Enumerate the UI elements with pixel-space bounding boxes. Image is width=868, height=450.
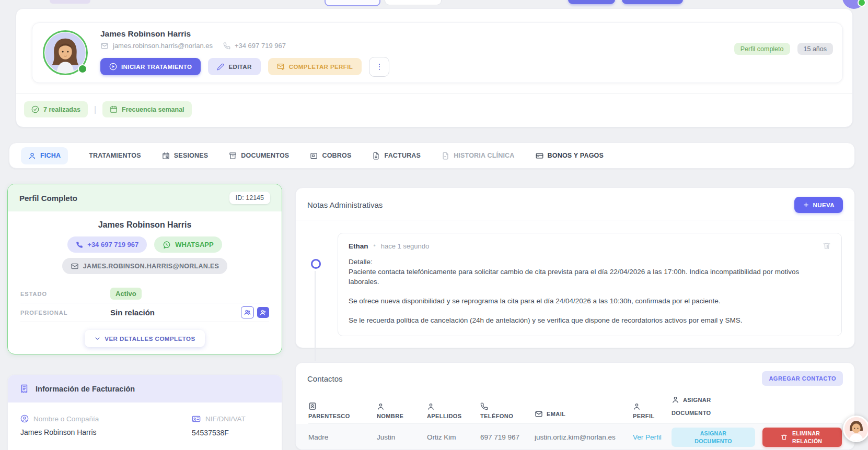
cell-apellidos: Ortiz Kim <box>427 433 480 441</box>
billing-title: Información de Facturación <box>36 385 135 393</box>
add-contact-button[interactable]: AGREGAR CONTACTO <box>762 371 843 386</box>
profile-complete-badge: Perfil completo <box>734 43 790 55</box>
user-icon <box>633 402 641 410</box>
assistant-widget-avatar[interactable] <box>843 416 868 442</box>
pencil-icon <box>217 63 224 70</box>
receipt-icon <box>20 384 29 393</box>
user-icon <box>427 402 435 410</box>
topbar-partial-pill <box>50 0 90 4</box>
notes-title: Notas Administrativas <box>307 200 383 209</box>
phone-icon <box>223 42 230 50</box>
col-telefono: TELÉFONO <box>480 413 535 419</box>
contact-row: Madre Justin Ortiz Kim 697 719 967 justi… <box>296 424 854 450</box>
email-chip[interactable]: JAMES.ROBINSON.HARRIS@NORLAN.ES <box>62 258 227 274</box>
user-circle-icon <box>20 415 29 423</box>
estado-value-badge: Activo <box>110 288 142 300</box>
col-email: EMAIL <box>547 411 565 417</box>
topbar-user-status-dot <box>858 0 866 7</box>
billing-nif-label: NIF/DNI/VAT <box>205 415 246 423</box>
view-professionals-button[interactable] <box>241 306 254 318</box>
tab-facturas[interactable]: FACTURAS <box>372 152 421 160</box>
chevron-down-icon <box>94 335 101 342</box>
col-parentesco: PARENTESCO <box>308 413 377 419</box>
delete-note-button[interactable] <box>823 242 831 250</box>
contacts-table-header: PARENTESCO NOMBRE APELLIDOS TELÉFONO EMA… <box>296 390 854 423</box>
plus-icon <box>803 202 809 208</box>
patient-avatar <box>43 30 88 75</box>
more-actions-button[interactable] <box>369 57 389 77</box>
profile-summary-card: Perfil Completo ID: 12145 James Robinson… <box>7 184 282 354</box>
timeline-marker <box>311 259 321 269</box>
patient-detail-screen: James Robinson Harris james.robinson.har… <box>0 0 868 450</box>
billing-name-value: James Robinson Harris <box>20 428 192 436</box>
new-note-button[interactable]: NUEVA <box>794 197 843 213</box>
user-icon <box>377 402 385 410</box>
edit-button[interactable]: EDITAR <box>208 58 260 75</box>
stats-separator: | <box>94 105 96 114</box>
note-paragraph: Se le recuerda política de cancelación (… <box>349 315 831 325</box>
complete-profile-button[interactable]: COMPLETAR PERFIL <box>268 58 362 75</box>
tab-tratamientos[interactable]: TRATAMIENTOS <box>89 152 141 159</box>
patient-phone: +34 697 719 967 <box>235 42 286 50</box>
tab-historia-clinica[interactable]: HISTORIA CLÍNICA <box>442 152 514 160</box>
cell-telefono: 697 719 967 <box>480 433 535 441</box>
tab-ficha[interactable]: FICHA <box>21 147 68 164</box>
contacts-card: Contactos AGREGAR CONTACTO PARENTESCO NO… <box>295 362 855 450</box>
online-status-dot <box>78 64 87 74</box>
topbar-partial-primary-button-1[interactable] <box>568 0 615 4</box>
file-text-icon <box>372 152 380 160</box>
patient-id-badge: ID: 12145 <box>229 192 270 204</box>
tab-bonos-y-pagos[interactable]: BONOS Y PAGOS <box>536 152 604 160</box>
check-circle-icon <box>31 105 39 113</box>
cell-email: justin.ortiz.kim@norlan.es <box>535 433 633 441</box>
sessions-done-pill: 7 realizadas <box>24 101 88 117</box>
col-perfil: PERFIL <box>633 413 672 419</box>
patient-name: James Robinson Harris <box>100 29 389 39</box>
user-icon <box>28 152 36 160</box>
assign-document-button[interactable]: ASIGNAR DOCUMENTO <box>672 428 755 447</box>
topbar-partial-outline-button[interactable] <box>325 0 380 6</box>
topbar-partial-white-button[interactable] <box>385 0 442 5</box>
tab-documentos[interactable]: DOCUMENTOS <box>229 152 289 160</box>
assign-professional-button[interactable] <box>257 307 269 318</box>
phone-icon <box>480 402 488 410</box>
estado-label: ESTADO <box>20 291 110 297</box>
note-detail-label: Detalle: <box>349 257 831 267</box>
whatsapp-chip[interactable]: WHATSAPP <box>154 236 222 253</box>
patient-header-card: James Robinson Harris james.robinson.har… <box>16 8 853 127</box>
tab-cobros[interactable]: COBROS <box>310 152 351 160</box>
note-author: Ethan <box>349 242 368 250</box>
profile-name: James Robinson Harris <box>8 220 282 230</box>
contacts-title: Contactos <box>307 374 343 383</box>
user-icon <box>672 396 679 404</box>
timeline-line <box>315 271 316 361</box>
tab-sesiones[interactable]: SESIONES <box>162 152 209 160</box>
view-profile-link[interactable]: Ver Perfil <box>633 433 662 441</box>
age-badge: 15 años <box>797 43 833 55</box>
phone-chip[interactable]: +34 697 719 967 <box>67 236 147 253</box>
play-circle-icon <box>109 63 117 70</box>
delete-relation-button[interactable]: ELIMINAR RELACIÓN <box>762 428 842 447</box>
credit-card-icon <box>536 152 543 160</box>
patient-email: james.robinson.harris@norlan.es <box>113 42 213 50</box>
user-plus-icon <box>260 309 267 316</box>
col-apellidos: APELLIDOS <box>427 413 480 419</box>
whatsapp-icon <box>163 241 171 249</box>
topbar-partial-primary-button-2[interactable] <box>622 0 683 4</box>
view-full-details-button[interactable]: VER DETALLES COMPLETOS <box>85 330 205 347</box>
frequency-pill: Frecuencia semanal <box>102 101 192 117</box>
calendar-icon <box>110 105 118 113</box>
phone-icon <box>76 241 83 248</box>
note-item: Ethan • hace 1 segundo Detalle: Paciente… <box>338 233 842 336</box>
note-timestamp: hace 1 segundo <box>381 242 430 250</box>
col-nombre: NOMBRE <box>377 413 427 419</box>
billing-name-label: Nombre o Compañía <box>33 415 99 423</box>
trash-icon <box>823 242 831 250</box>
profesional-value: Sin relación <box>110 308 241 317</box>
trash-icon <box>781 434 788 441</box>
profesional-label: PROFESIONAL <box>20 310 110 316</box>
start-treatment-button[interactable]: INICIAR TRATAMIENTO <box>100 58 201 75</box>
billing-info-card: Información de Facturación Nombre o Comp… <box>7 374 282 450</box>
billing-nif-value: 54537538F <box>192 429 246 437</box>
cell-parentesco: Madre <box>308 433 377 441</box>
